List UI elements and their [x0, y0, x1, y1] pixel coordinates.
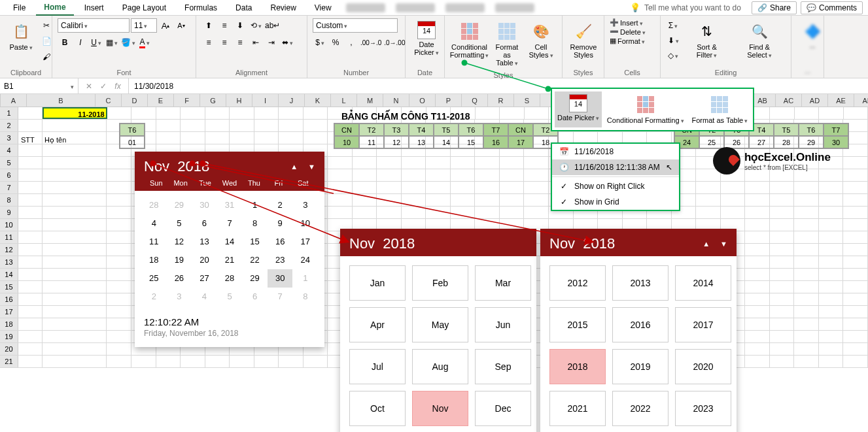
cell-AF20[interactable] — [819, 343, 844, 355]
col-header-S[interactable]: S — [514, 94, 540, 107]
dp-day-16[interactable]: 16 — [268, 233, 293, 251]
font-size-dropdown[interactable]: 11 — [131, 18, 157, 33]
month-Mar[interactable]: Mar — [475, 265, 531, 301]
cell-B17[interactable] — [43, 306, 107, 318]
cell-C1[interactable] — [107, 107, 132, 119]
row-header-9[interactable]: 9 — [0, 207, 18, 218]
month-Jan[interactable]: Jan — [349, 265, 406, 301]
cell-J2[interactable] — [279, 120, 304, 131]
row-header-1[interactable]: 1 — [0, 107, 18, 119]
dp-day-18[interactable]: 18 — [141, 251, 167, 269]
cell-K1[interactable] — [304, 107, 328, 119]
cell-B20[interactable] — [43, 343, 107, 355]
cell-C7[interactable] — [107, 182, 131, 193]
cell-B8[interactable] — [43, 194, 107, 206]
tab-pagelayout[interactable]: Page Layout — [114, 1, 174, 15]
cell-AF14[interactable] — [819, 269, 844, 280]
row-header-14[interactable]: 14 — [0, 269, 18, 280]
cell-AC14[interactable] — [745, 269, 770, 280]
copy-button[interactable]: 📄 — [39, 34, 54, 48]
cell-I2[interactable] — [254, 120, 279, 131]
dp-day-19[interactable]: 19 — [167, 251, 192, 269]
cell-B15[interactable] — [43, 281, 107, 293]
cell-O9[interactable] — [402, 207, 426, 218]
month-Dec[interactable]: Dec — [475, 391, 531, 426]
cell-AA7[interactable] — [696, 182, 721, 193]
cell-M9[interactable] — [353, 207, 377, 218]
cell-H21[interactable] — [230, 356, 254, 367]
cell-AC16[interactable] — [745, 293, 770, 305]
cell-M7[interactable] — [353, 182, 377, 193]
col-header-L[interactable]: L — [331, 94, 357, 107]
cell-AF1[interactable] — [819, 107, 844, 119]
cell-C5[interactable] — [107, 157, 131, 169]
cell-AG18[interactable] — [843, 318, 868, 330]
dp-day-25[interactable]: 25 — [141, 269, 167, 288]
wrap-text-button[interactable]: ab↵ — [264, 18, 281, 33]
cell-K3[interactable] — [304, 132, 328, 144]
dp-day-29[interactable]: 29 — [242, 269, 268, 288]
dp-day-24[interactable]: 24 — [292, 251, 318, 269]
cell-AD10[interactable] — [770, 219, 795, 231]
font-color-button[interactable]: A — [137, 35, 152, 50]
cell-AE20[interactable] — [794, 343, 819, 355]
col-header-D[interactable]: D — [122, 94, 148, 107]
cell-AG14[interactable] — [843, 269, 868, 280]
dp-day-27[interactable]: 27 — [192, 269, 217, 288]
cell-S8[interactable] — [500, 194, 525, 206]
dp-day-28[interactable]: 28 — [141, 196, 167, 214]
cell-AD19[interactable] — [770, 331, 795, 342]
callout-fat-button[interactable]: Format as Table — [689, 91, 751, 127]
formula-input[interactable]: 11/30/2018 — [129, 82, 868, 91]
currency-button[interactable]: $ — [313, 35, 327, 50]
cell-B21[interactable] — [43, 356, 107, 367]
tab-formulas[interactable]: Formulas — [177, 1, 225, 15]
cell-AC9[interactable] — [745, 207, 770, 218]
month-Aug[interactable]: Aug — [412, 349, 468, 384]
dp-day-7[interactable]: 7 — [268, 288, 293, 306]
cell-AF7[interactable] — [819, 182, 844, 193]
decrease-font-button[interactable]: A▾ — [174, 18, 188, 33]
cell-AE13[interactable] — [794, 256, 819, 268]
cell-B6[interactable] — [43, 169, 107, 181]
cell-AE7[interactable] — [794, 182, 819, 193]
col-header-H[interactable]: H — [226, 94, 252, 107]
border-button[interactable]: ▦ — [105, 35, 119, 50]
row-header-18[interactable]: 18 — [0, 318, 18, 330]
dp-day-30[interactable]: 30 — [268, 269, 293, 288]
year-2013[interactable]: 2013 — [612, 265, 668, 301]
cell-A16[interactable] — [18, 293, 43, 305]
cell-C14[interactable] — [107, 269, 131, 280]
tab-review[interactable]: Review — [262, 1, 304, 15]
cell-AD21[interactable] — [770, 356, 795, 367]
find-select-button[interactable]: 🔍Find & Select — [733, 18, 786, 62]
cell-A9[interactable] — [18, 207, 43, 218]
cell-A15[interactable] — [18, 281, 43, 293]
dp-day-28[interactable]: 28 — [217, 269, 243, 288]
cell-C21[interactable] — [107, 356, 131, 367]
col-header-AE[interactable]: AE — [828, 94, 854, 107]
col-header-AC[interactable]: AC — [776, 94, 802, 107]
dp-day-20[interactable]: 20 — [192, 251, 217, 269]
cell-AD9[interactable] — [770, 207, 795, 218]
autosum-button[interactable]: Σ — [666, 18, 680, 33]
cell-H3[interactable] — [230, 132, 254, 144]
dp-day-5[interactable]: 5 — [167, 214, 192, 233]
cell-O5[interactable] — [402, 157, 426, 169]
cell-K21[interactable] — [304, 356, 328, 367]
underline-button[interactable]: U — [89, 35, 103, 50]
cell-C19[interactable] — [107, 331, 131, 342]
cell-A6[interactable] — [18, 169, 43, 181]
dp-day-31[interactable]: 31 — [217, 196, 243, 214]
cell-E3[interactable] — [156, 132, 181, 144]
cell-K2[interactable] — [304, 120, 328, 131]
cell-AF18[interactable] — [819, 318, 844, 330]
tab-file[interactable]: File — [5, 1, 33, 15]
cell-N9[interactable] — [377, 207, 402, 218]
cell-E21[interactable] — [156, 356, 181, 367]
cell-R1[interactable] — [476, 107, 500, 119]
row-header-2[interactable]: 2 — [0, 120, 18, 131]
cell-T6[interactable] — [524, 169, 549, 181]
cell-C11[interactable] — [107, 231, 131, 243]
cell-S5[interactable] — [500, 157, 525, 169]
